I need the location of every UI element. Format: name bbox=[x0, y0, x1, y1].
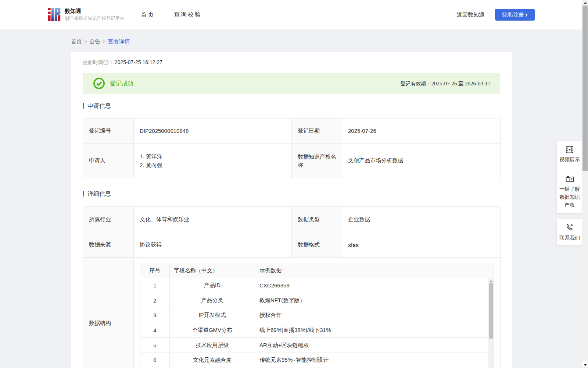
svg-text:?: ? bbox=[105, 60, 107, 64]
